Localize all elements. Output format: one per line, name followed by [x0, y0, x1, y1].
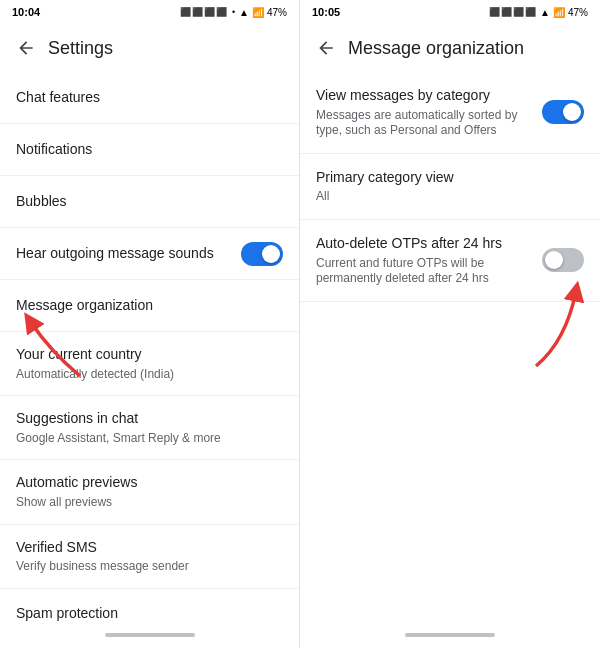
- setting-hear-sounds[interactable]: Hear outgoing message sounds: [0, 228, 299, 280]
- setting-auto-previews[interactable]: Automatic previews Show all previews: [0, 460, 299, 524]
- setting-chat-features[interactable]: Chat features: [0, 72, 299, 124]
- setting-bubbles[interactable]: Bubbles: [0, 176, 299, 228]
- right-back-button[interactable]: [308, 30, 344, 66]
- left-time: 10:04: [12, 6, 40, 18]
- setting-notifications[interactable]: Notifications: [0, 124, 299, 176]
- setting-verified-sms[interactable]: Verified SMS Verify business message sen…: [0, 525, 299, 589]
- left-settings-list: Chat features Notifications Bubbles Hear…: [0, 72, 299, 628]
- setting-auto-delete-otps[interactable]: Auto-delete OTPs after 24 hrs Current an…: [300, 220, 600, 302]
- left-bottom-bar: [0, 628, 299, 648]
- right-signal-icon: ▲: [540, 7, 550, 18]
- right-time: 10:05: [312, 6, 340, 18]
- left-bottom-pill: [105, 633, 195, 637]
- setting-spam-protection[interactable]: Spam protection: [0, 589, 299, 628]
- left-status-icons: ⬛⬛⬛⬛ • ▲ 📶 47%: [180, 7, 287, 18]
- setting-current-country[interactable]: Your current country Automatically detec…: [0, 332, 299, 396]
- left-back-button[interactable]: [8, 30, 44, 66]
- right-settings-list: View messages by category Messages are a…: [300, 72, 600, 628]
- setting-view-by-category[interactable]: View messages by category Messages are a…: [300, 72, 600, 154]
- hear-sounds-toggle[interactable]: [241, 242, 283, 266]
- setting-suggestions-chat[interactable]: Suggestions in chat Google Assistant, Sm…: [0, 396, 299, 460]
- left-header-title: Settings: [48, 38, 113, 59]
- right-header: Message organization: [300, 24, 600, 72]
- left-status-bar: 10:04 ⬛⬛⬛⬛ • ▲ 📶 47%: [0, 0, 299, 24]
- back-arrow-icon: [16, 38, 36, 58]
- right-notification-icons: ⬛⬛⬛⬛: [489, 7, 537, 17]
- wifi-icon: 📶: [252, 7, 264, 18]
- right-back-arrow-icon: [316, 38, 336, 58]
- signal-icon: ▲: [239, 7, 249, 18]
- auto-delete-otps-toggle[interactable]: [542, 248, 584, 272]
- right-status-icons: ⬛⬛⬛⬛ ▲ 📶 47%: [489, 7, 588, 18]
- view-by-category-toggle[interactable]: [542, 100, 584, 124]
- right-wifi-icon: 📶: [553, 7, 565, 18]
- red-arrow-right: [516, 281, 596, 371]
- setting-message-org[interactable]: Message organization: [0, 280, 299, 332]
- right-bottom-bar: [300, 628, 600, 648]
- right-status-bar: 10:05 ⬛⬛⬛⬛ ▲ 📶 47%: [300, 0, 600, 24]
- right-panel: 10:05 ⬛⬛⬛⬛ ▲ 📶 47% Message organization …: [300, 0, 600, 648]
- right-battery-icon: 47%: [568, 7, 588, 18]
- left-header: Settings: [0, 24, 299, 72]
- battery-icon: 47%: [267, 7, 287, 18]
- left-panel: 10:04 ⬛⬛⬛⬛ • ▲ 📶 47% Settings Chat featu…: [0, 0, 300, 648]
- right-header-title: Message organization: [348, 38, 524, 59]
- setting-primary-category-view[interactable]: Primary category view All: [300, 154, 600, 220]
- right-bottom-pill: [405, 633, 495, 637]
- notification-icons: ⬛⬛⬛⬛ •: [180, 7, 236, 17]
